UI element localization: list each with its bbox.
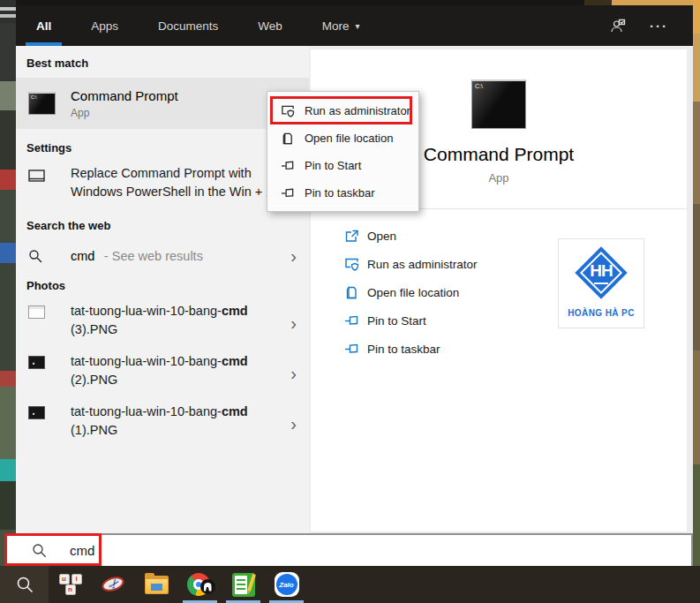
search-filter-tabs-bar: All Apps Documents Web More ▾ ··· <box>16 5 693 46</box>
chevron-right-icon[interactable]: › <box>290 247 297 265</box>
window-outline-icon <box>28 164 71 182</box>
photo-result-3[interactable]: tat-tuong-lua-win-10-bang-cmd (3).PNG › <box>16 302 309 343</box>
zalo-icon: Zalo <box>275 572 299 597</box>
search-the-web-header: Search the web <box>26 219 309 233</box>
header-actions: ··· <box>610 5 693 46</box>
menu-item-open-file-location[interactable]: Open file location <box>267 124 418 152</box>
taskbar-snipping-tool-button[interactable]: ✂ <box>92 566 135 603</box>
tab-documents[interactable]: Documents <box>147 5 229 46</box>
chrome-icon <box>187 572 214 597</box>
search-input-value: cmd <box>70 543 94 558</box>
menu-item-pin-to-start[interactable]: Pin to Start <box>267 152 418 179</box>
settings-item-line2: Windows PowerShell in the Win + X <box>71 183 275 201</box>
photo-filename-line2: (2).PNG <box>71 371 248 389</box>
tab-apps-label: Apps <box>91 19 118 33</box>
admin-shield-icon <box>281 104 295 118</box>
photo-thumbnail-dark-icon <box>28 352 71 369</box>
logo-monogram: HH <box>573 245 629 298</box>
menu-item-pin-to-taskbar[interactable]: Pin to taskbar <box>267 179 418 207</box>
taskbar-zalo-button[interactable]: Zalo <box>265 566 308 603</box>
search-icon <box>32 543 47 558</box>
chevron-right-icon[interactable]: › <box>290 314 297 332</box>
snipping-tool-icon: ✂ <box>101 574 127 595</box>
admin-shield-icon <box>344 257 359 272</box>
command-prompt-icon-large <box>471 79 526 129</box>
overlay-badge-icon <box>200 579 215 594</box>
tab-all[interactable]: All <box>26 5 62 46</box>
search-icon <box>16 576 34 593</box>
tab-web[interactable]: Web <box>247 5 293 46</box>
taskbar: u i n ✂ Zalo <box>0 566 700 603</box>
file-location-icon <box>344 285 359 300</box>
desktop-wallpaper-left-strip <box>0 0 16 566</box>
best-match-title: Command Prompt <box>71 87 178 104</box>
settings-result-replace-cmd[interactable]: Replace Command Prompt with Windows Powe… <box>16 164 309 203</box>
chevron-down-icon: ▾ <box>356 21 360 31</box>
search-icon <box>28 249 71 263</box>
more-options-icon[interactable]: ··· <box>650 19 668 34</box>
chevron-right-icon[interactable]: › <box>290 365 297 382</box>
photo-filename-line1: tat-tuong-lua-win-10-bang-cmd <box>71 403 248 421</box>
settings-item-line1: Replace Command Prompt with <box>71 164 275 183</box>
search-results-panel: Best match Command Prompt App Settings R… <box>16 46 309 533</box>
open-window-icon <box>344 229 359 244</box>
best-match-subtitle: App <box>71 107 178 119</box>
logo-caption: HOÀNG HÀ PC <box>568 308 635 318</box>
command-prompt-icon <box>28 92 71 115</box>
taskbar-file-explorer-button[interactable] <box>135 566 178 603</box>
photo-result-1[interactable]: tat-tuong-lua-win-10-bang-cmd (1).PNG › <box>16 403 309 444</box>
photo-filename-line2: (1).PNG <box>71 421 248 440</box>
pin-icon <box>344 313 359 328</box>
tab-apps[interactable]: Apps <box>80 5 129 46</box>
feedback-icon[interactable] <box>610 18 627 34</box>
file-location-icon <box>281 132 295 146</box>
tab-more[interactable]: More ▾ <box>312 5 371 46</box>
context-menu: Run as administrator Open file location … <box>267 91 419 212</box>
pin-icon <box>344 342 359 357</box>
taskbar-search-button[interactable] <box>0 566 49 603</box>
windows-search-screen: All Apps Documents Web More ▾ ··· Best m… <box>0 0 700 603</box>
action-pin-to-taskbar[interactable]: Pin to taskbar <box>311 335 687 363</box>
photo-filename-line1: tat-tuong-lua-win-10-bang-cmd <box>71 302 248 320</box>
logo-diamond-icon: HH <box>573 245 629 301</box>
preview-title: Command Prompt <box>424 144 574 165</box>
pin-icon <box>281 186 295 200</box>
preview-subtitle: App <box>488 171 508 185</box>
chevron-right-icon[interactable]: › <box>290 415 297 433</box>
desktop-wallpaper-right-strip <box>693 0 700 566</box>
web-query-text: cmd <box>71 249 94 263</box>
tab-all-label: All <box>36 19 51 33</box>
web-see-results-text: - See web results <box>104 249 203 263</box>
best-match-result-command-prompt[interactable]: Command Prompt App <box>16 78 309 129</box>
hoang-ha-pc-logo: HH HOÀNG HÀ PC <box>558 238 644 328</box>
photo-thumbnail-dark-icon <box>28 403 71 419</box>
unikey-icon: u i n <box>58 573 83 596</box>
taskbar-search-box[interactable]: cmd <box>4 533 693 566</box>
photo-filename-line2: (3).PNG <box>71 320 248 339</box>
photo-result-2[interactable]: tat-tuong-lua-win-10-bang-cmd (2).PNG › <box>16 352 309 394</box>
pin-icon <box>281 159 295 173</box>
file-explorer-icon <box>145 576 169 594</box>
photos-header: Photos <box>26 279 309 293</box>
tab-documents-label: Documents <box>158 19 218 33</box>
photo-filename-line1: tat-tuong-lua-win-10-bang-cmd <box>71 352 248 371</box>
photo-thumbnail-light-icon <box>28 302 71 319</box>
web-search-result-cmd[interactable]: cmd - See web results › <box>16 242 309 270</box>
taskbar-unikey-button[interactable]: u i n <box>49 566 92 603</box>
menu-item-run-as-administrator[interactable]: Run as administrator <box>267 97 418 124</box>
best-match-header: Best match <box>26 57 309 71</box>
taskbar-notes-app-button[interactable] <box>222 566 265 603</box>
taskbar-chrome-button[interactable] <box>178 566 222 603</box>
notes-app-icon <box>232 573 255 597</box>
tab-more-label: More <box>322 19 350 33</box>
tab-web-label: Web <box>258 19 282 33</box>
